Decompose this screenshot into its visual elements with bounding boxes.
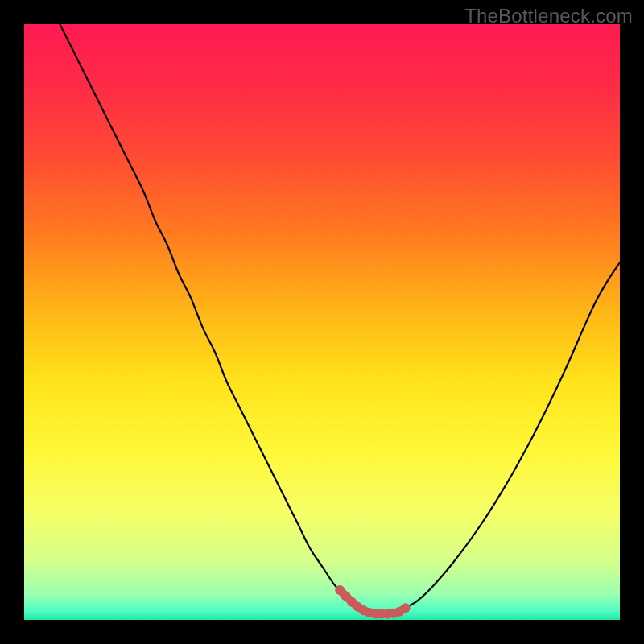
chart-frame: TheBottleneck.com [0,0,644,644]
plot-svg [24,24,620,620]
valley-marker [401,603,411,613]
gradient-background [24,24,620,620]
watermark-text: TheBottleneck.com [464,5,633,27]
plot-area [24,24,620,620]
